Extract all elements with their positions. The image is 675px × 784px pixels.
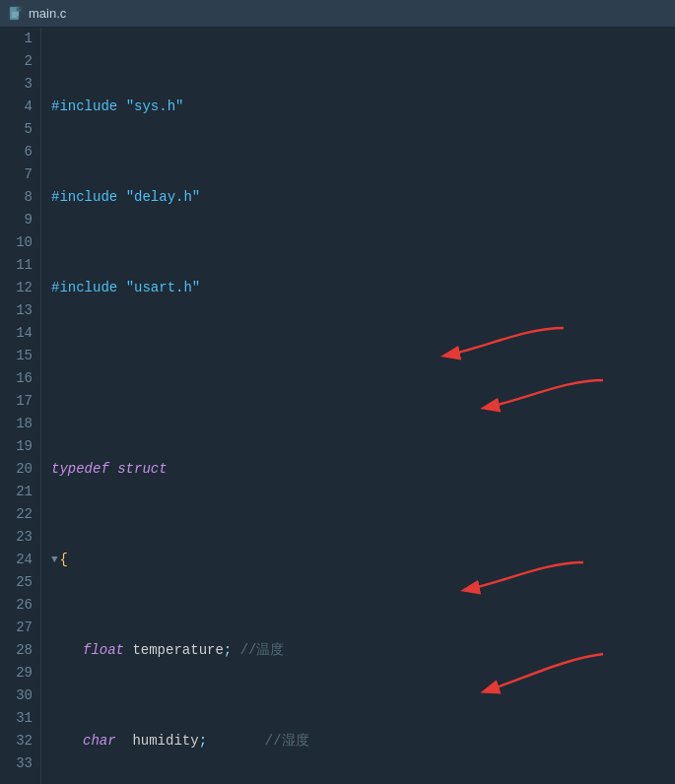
ln-18: 18 xyxy=(8,413,33,435)
ln-7: 7 xyxy=(8,163,33,186)
annotation-arrow-1 xyxy=(426,318,583,367)
ln-8: 8 xyxy=(8,186,33,209)
ln-6: 6 xyxy=(8,141,33,163)
ln-13: 13 xyxy=(8,299,33,322)
ln-27: 27 xyxy=(8,617,33,639)
ln-32: 32 xyxy=(8,730,33,752)
ln-19: 19 xyxy=(8,435,33,458)
ln-30: 30 xyxy=(8,685,33,707)
ln-23: 23 xyxy=(8,526,33,549)
ln-5: 5 xyxy=(8,118,33,141)
ln-17: 17 xyxy=(8,390,33,413)
ln-28: 28 xyxy=(8,639,33,662)
ln-25: 25 xyxy=(8,571,33,594)
code-line-7: float temperature; //温度 xyxy=(51,639,675,662)
line-numbers: 1 2 3 4 5 6 7 8 9 10 11 12 13 14 15 16 1… xyxy=(0,28,41,784)
code-line-1: #include "sys.h" xyxy=(51,96,675,118)
ln-22: 22 xyxy=(8,503,33,526)
ln-4: 4 xyxy=(8,96,33,118)
ln-3: 3 xyxy=(8,73,33,96)
ln-20: 20 xyxy=(8,458,33,481)
code-line-4 xyxy=(51,367,675,390)
code-line-8: char humidity; //湿度 xyxy=(51,730,675,752)
ln-1: 1 xyxy=(8,28,33,50)
ln-24: 24 xyxy=(8,549,33,571)
code-line-2: #include "delay.h" xyxy=(51,186,675,209)
ln-33: 33 xyxy=(8,752,33,775)
ln-26: 26 xyxy=(8,594,33,617)
ln-31: 31 xyxy=(8,707,33,730)
code-container: 1 2 3 4 5 6 7 8 9 10 11 12 13 14 15 16 1… xyxy=(0,28,675,784)
ln-16: 16 xyxy=(8,367,33,390)
ln-21: 21 xyxy=(8,481,33,503)
ln-14: 14 xyxy=(8,322,33,345)
title-bar: main.c xyxy=(0,0,675,28)
ln-12: 12 xyxy=(8,277,33,299)
ln-11: 11 xyxy=(8,254,33,277)
code-line-3: #include "usart.h" xyxy=(51,277,675,299)
tab-filename: main.c xyxy=(29,6,66,21)
ln-9: 9 xyxy=(8,209,33,231)
ln-29: 29 xyxy=(8,662,33,685)
ln-2: 2 xyxy=(8,50,33,73)
code-line-6: ▼{ xyxy=(51,549,675,571)
ln-10: 10 xyxy=(8,231,33,254)
code-line-5: typedef struct xyxy=(51,458,675,481)
file-icon xyxy=(8,6,24,22)
code-editor[interactable]: #include "sys.h" #include "delay.h" #inc… xyxy=(41,28,675,784)
ln-15: 15 xyxy=(8,345,33,367)
